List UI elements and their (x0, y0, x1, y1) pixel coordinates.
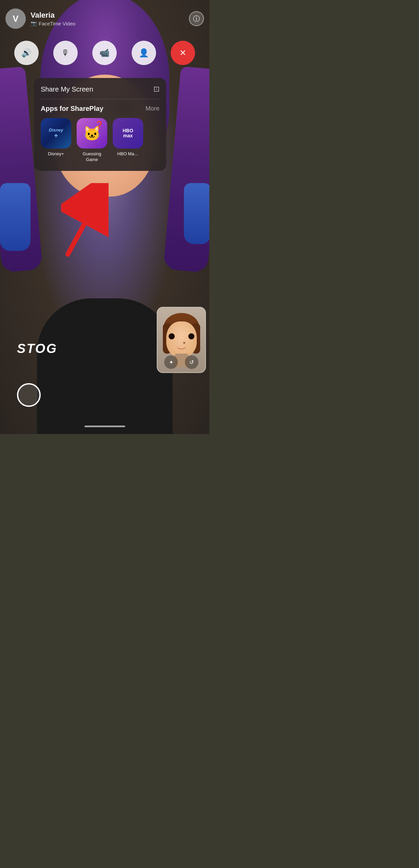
disney-icon: Disney + (41, 118, 71, 149)
body (37, 298, 173, 434)
caller-name: Valeria (31, 11, 189, 20)
guessing-game-icon: 🐱 ❓ (77, 118, 107, 149)
end-call-icon: ✕ (179, 48, 186, 58)
end-call-button[interactable]: ✕ (171, 41, 195, 65)
disney-label: Disney+ (48, 151, 64, 157)
shareplay-panel: Share My Screen ⊡ Apps for SharePlay Mor… (34, 78, 166, 171)
more-button[interactable]: More (146, 105, 159, 112)
flip-camera-button[interactable]: ↺ (185, 355, 198, 369)
speaker-icon: 🔊 (21, 48, 32, 58)
app-item-hbo[interactable]: HBOmax HBO Ma… (113, 118, 143, 157)
shareplay-icon: 👤 (139, 48, 149, 58)
info-icon: ⓘ (193, 14, 200, 23)
controls-bar: 🔊 🎙 📹 👤 ✕ (0, 41, 209, 65)
apps-for-shareplay-title: Apps for SharePlay (41, 105, 103, 113)
home-indicator (84, 426, 125, 427)
caller-info: Valeria 📷 FaceTime Video (31, 11, 189, 26)
share-screen-label[interactable]: Share My Screen (41, 85, 93, 93)
guessing-game-label: GuessingGame (83, 151, 101, 163)
app-item-guessing-game[interactable]: 🐱 ❓ GuessingGame (77, 118, 107, 163)
self-view: ✦ ↺ (157, 307, 206, 373)
caller-subtitle: 📷 FaceTime Video (31, 20, 189, 26)
share-screen-row: Share My Screen ⊡ (41, 85, 159, 99)
hair-bottom-left (0, 183, 31, 251)
star-icon: ✦ (169, 359, 173, 366)
top-bar: V Valeria 📷 FaceTime Video ⓘ (0, 0, 209, 34)
share-screen-icon: ⊡ (153, 85, 159, 94)
apps-grid: Disney + Disney+ 🐱 ❓ GuessingGame HBOmax… (41, 118, 159, 163)
app-item-disney[interactable]: Disney + Disney+ (41, 118, 71, 157)
record-button-inner (18, 384, 39, 406)
hair-bottom-right (184, 183, 209, 244)
apps-header: Apps for SharePlay More (41, 105, 159, 113)
memoji-effect-button[interactable]: ✦ (164, 355, 178, 369)
mic-icon: 🎙 (61, 48, 70, 58)
caller-avatar: V (5, 8, 26, 29)
info-button[interactable]: ⓘ (189, 11, 204, 26)
speaker-button[interactable]: 🔊 (14, 41, 39, 65)
hbo-label: HBO Ma… (117, 151, 139, 157)
camera-icon: 📹 (99, 48, 110, 58)
shareplay-toggle-button[interactable]: 👤 (132, 41, 156, 65)
self-view-controls: ✦ ↺ (157, 355, 205, 369)
record-button[interactable] (17, 383, 41, 407)
flip-camera-icon: ↺ (189, 359, 194, 366)
hbo-icon: HBOmax (113, 118, 143, 149)
video-camera-icon: 📷 (31, 20, 37, 26)
mute-button[interactable]: 🎙 (53, 41, 78, 65)
camera-button[interactable]: 📹 (92, 41, 117, 65)
clothes-text: STOG (17, 341, 57, 356)
